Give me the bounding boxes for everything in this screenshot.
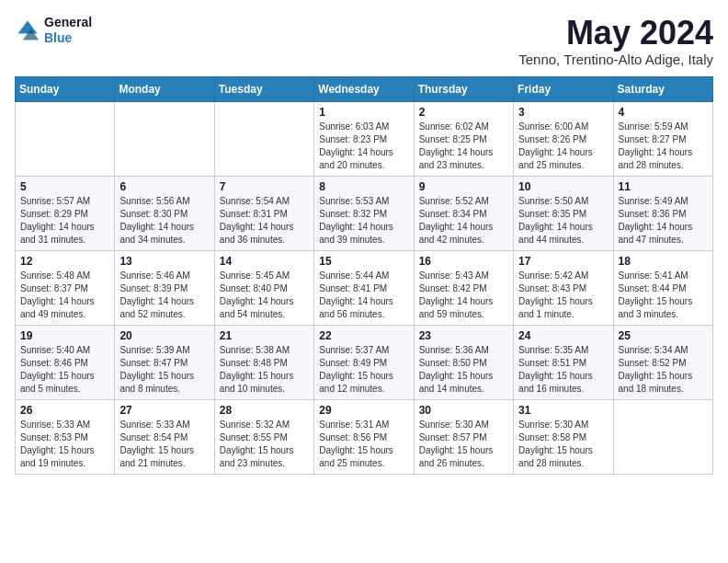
logo: General Blue (15, 15, 92, 46)
day-number: 13 (119, 255, 209, 268)
day-cell-26: 26Sunrise: 5:33 AM Sunset: 8:53 PM Dayli… (16, 399, 115, 474)
day-detail: Sunrise: 5:53 AM Sunset: 8:32 PM Dayligh… (319, 195, 408, 247)
day-cell-3: 3Sunrise: 6:00 AM Sunset: 8:26 PM Daylig… (514, 101, 613, 176)
day-cell-24: 24Sunrise: 5:35 AM Sunset: 8:51 PM Dayli… (514, 325, 613, 399)
day-cell-29: 29Sunrise: 5:31 AM Sunset: 8:56 PM Dayli… (314, 399, 414, 474)
day-detail: Sunrise: 5:48 AM Sunset: 8:37 PM Dayligh… (20, 270, 109, 321)
weekday-header-wednesday: Wednesday (314, 76, 414, 101)
day-cell-12: 12Sunrise: 5:48 AM Sunset: 8:37 PM Dayli… (16, 250, 115, 325)
day-number: 24 (518, 329, 608, 342)
day-number: 26 (20, 404, 109, 417)
day-number: 29 (319, 404, 408, 417)
weekday-header-sunday: Sunday (16, 76, 115, 101)
day-number: 7 (220, 180, 309, 193)
day-number: 30 (419, 404, 508, 417)
day-detail: Sunrise: 5:30 AM Sunset: 8:57 PM Dayligh… (419, 419, 508, 470)
day-cell-2: 2Sunrise: 6:02 AM Sunset: 8:25 PM Daylig… (414, 101, 513, 176)
day-detail: Sunrise: 5:59 AM Sunset: 8:27 PM Dayligh… (619, 121, 708, 172)
day-cell-8: 8Sunrise: 5:53 AM Sunset: 8:32 PM Daylig… (314, 176, 414, 250)
week-row-1: 1Sunrise: 6:03 AM Sunset: 8:23 PM Daylig… (16, 101, 713, 176)
day-number: 5 (20, 180, 109, 193)
logo-line1: General (44, 15, 92, 30)
weekday-header-thursday: Thursday (414, 76, 513, 101)
weekday-header-saturday: Saturday (613, 76, 712, 101)
day-cell-6: 6Sunrise: 5:56 AM Sunset: 8:30 PM Daylig… (115, 176, 214, 250)
day-number: 1 (319, 106, 408, 119)
day-detail: Sunrise: 5:41 AM Sunset: 8:44 PM Dayligh… (619, 270, 708, 321)
day-cell-4: 4Sunrise: 5:59 AM Sunset: 8:27 PM Daylig… (613, 101, 712, 176)
day-number: 12 (20, 255, 109, 268)
day-number: 23 (419, 329, 508, 342)
day-number: 4 (619, 106, 708, 119)
day-cell-21: 21Sunrise: 5:38 AM Sunset: 8:48 PM Dayli… (214, 325, 313, 399)
day-detail: Sunrise: 5:45 AM Sunset: 8:40 PM Dayligh… (220, 270, 309, 321)
day-cell-9: 9Sunrise: 5:52 AM Sunset: 8:34 PM Daylig… (414, 176, 513, 250)
day-detail: Sunrise: 5:35 AM Sunset: 8:51 PM Dayligh… (518, 344, 608, 396)
day-number: 20 (119, 329, 209, 342)
day-detail: Sunrise: 5:57 AM Sunset: 8:29 PM Dayligh… (20, 195, 109, 247)
day-detail: Sunrise: 5:56 AM Sunset: 8:30 PM Dayligh… (119, 195, 209, 247)
day-detail: Sunrise: 5:36 AM Sunset: 8:50 PM Dayligh… (419, 344, 508, 396)
day-number: 3 (518, 106, 608, 119)
day-detail: Sunrise: 5:49 AM Sunset: 8:36 PM Dayligh… (619, 195, 708, 247)
day-number: 19 (20, 329, 109, 342)
logo-line2: Blue (44, 30, 92, 46)
day-cell-13: 13Sunrise: 5:46 AM Sunset: 8:39 PM Dayli… (115, 250, 214, 325)
day-detail: Sunrise: 5:50 AM Sunset: 8:35 PM Dayligh… (518, 195, 608, 247)
day-number: 14 (220, 255, 309, 268)
day-detail: Sunrise: 5:46 AM Sunset: 8:39 PM Dayligh… (119, 270, 209, 321)
day-cell-27: 27Sunrise: 5:33 AM Sunset: 8:54 PM Dayli… (115, 399, 214, 474)
weekday-header-friday: Friday (514, 76, 613, 101)
week-row-2: 5Sunrise: 5:57 AM Sunset: 8:29 PM Daylig… (16, 176, 713, 250)
empty-cell (613, 399, 712, 474)
location-title: Tenno, Trentino-Alto Adige, Italy (518, 52, 713, 67)
day-number: 8 (319, 180, 408, 193)
day-number: 25 (619, 329, 708, 342)
day-detail: Sunrise: 5:40 AM Sunset: 8:46 PM Dayligh… (20, 344, 109, 396)
day-cell-19: 19Sunrise: 5:40 AM Sunset: 8:46 PM Dayli… (16, 325, 115, 399)
day-detail: Sunrise: 5:42 AM Sunset: 8:43 PM Dayligh… (518, 270, 608, 321)
weekday-header-monday: Monday (115, 76, 214, 101)
day-cell-5: 5Sunrise: 5:57 AM Sunset: 8:29 PM Daylig… (16, 176, 115, 250)
day-number: 16 (419, 255, 508, 268)
day-cell-30: 30Sunrise: 5:30 AM Sunset: 8:57 PM Dayli… (414, 399, 513, 474)
day-cell-25: 25Sunrise: 5:34 AM Sunset: 8:52 PM Dayli… (613, 325, 712, 399)
day-cell-17: 17Sunrise: 5:42 AM Sunset: 8:43 PM Dayli… (514, 250, 613, 325)
day-number: 9 (419, 180, 508, 193)
day-detail: Sunrise: 5:39 AM Sunset: 8:47 PM Dayligh… (119, 344, 209, 396)
day-detail: Sunrise: 5:30 AM Sunset: 8:58 PM Dayligh… (518, 419, 608, 470)
day-detail: Sunrise: 5:44 AM Sunset: 8:41 PM Dayligh… (319, 270, 408, 321)
day-cell-14: 14Sunrise: 5:45 AM Sunset: 8:40 PM Dayli… (214, 250, 313, 325)
day-number: 10 (518, 180, 608, 193)
day-detail: Sunrise: 5:54 AM Sunset: 8:31 PM Dayligh… (220, 195, 309, 247)
day-cell-7: 7Sunrise: 5:54 AM Sunset: 8:31 PM Daylig… (214, 176, 313, 250)
day-number: 11 (619, 180, 708, 193)
day-detail: Sunrise: 5:33 AM Sunset: 8:54 PM Dayligh… (119, 419, 209, 470)
day-detail: Sunrise: 5:52 AM Sunset: 8:34 PM Dayligh… (419, 195, 508, 247)
week-row-4: 19Sunrise: 5:40 AM Sunset: 8:46 PM Dayli… (16, 325, 713, 399)
day-number: 22 (319, 329, 408, 342)
day-detail: Sunrise: 5:37 AM Sunset: 8:49 PM Dayligh… (319, 344, 408, 396)
day-cell-28: 28Sunrise: 5:32 AM Sunset: 8:55 PM Dayli… (214, 399, 313, 474)
title-area: May 2024 Tenno, Trentino-Alto Adige, Ita… (518, 15, 713, 67)
week-row-3: 12Sunrise: 5:48 AM Sunset: 8:37 PM Dayli… (16, 250, 713, 325)
calendar-table: SundayMondayTuesdayWednesdayThursdayFrid… (15, 76, 713, 475)
logo-icon (15, 17, 40, 43)
day-cell-15: 15Sunrise: 5:44 AM Sunset: 8:41 PM Dayli… (314, 250, 414, 325)
day-cell-10: 10Sunrise: 5:50 AM Sunset: 8:35 PM Dayli… (514, 176, 613, 250)
day-number: 18 (619, 255, 708, 268)
empty-cell (214, 101, 313, 176)
svg-marker-0 (18, 20, 38, 33)
day-number: 27 (119, 404, 209, 417)
weekday-header-row: SundayMondayTuesdayWednesdayThursdayFrid… (16, 76, 713, 101)
day-cell-11: 11Sunrise: 5:49 AM Sunset: 8:36 PM Dayli… (613, 176, 712, 250)
weekday-header-tuesday: Tuesday (214, 76, 313, 101)
day-detail: Sunrise: 5:32 AM Sunset: 8:55 PM Dayligh… (220, 419, 309, 470)
day-detail: Sunrise: 5:31 AM Sunset: 8:56 PM Dayligh… (319, 419, 408, 470)
day-detail: Sunrise: 5:43 AM Sunset: 8:42 PM Dayligh… (419, 270, 508, 321)
day-cell-31: 31Sunrise: 5:30 AM Sunset: 8:58 PM Dayli… (514, 399, 613, 474)
day-cell-16: 16Sunrise: 5:43 AM Sunset: 8:42 PM Dayli… (414, 250, 513, 325)
day-detail: Sunrise: 6:03 AM Sunset: 8:23 PM Dayligh… (319, 121, 408, 172)
day-number: 6 (119, 180, 209, 193)
month-title: May 2024 (518, 15, 713, 52)
